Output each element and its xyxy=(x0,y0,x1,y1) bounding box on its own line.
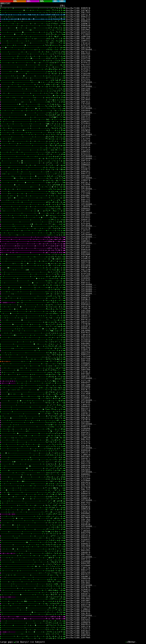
hit-label[interactable]: UniRef100_Q2QYJ1 xyxy=(66,504,146,506)
hit-label[interactable]: UniRef100_Q936Q2 xyxy=(66,216,146,219)
hit-label[interactable]: UniRef100_UPI0000... xyxy=(66,378,146,380)
hit-label[interactable]: UniRef100_Q10QZ4 xyxy=(66,345,146,347)
hit-label[interactable]: UniRef100_UPI0000... xyxy=(66,236,146,238)
hit-label[interactable]: UniRef100_Q94LT8 xyxy=(66,410,146,412)
hit-label[interactable]: UniRef100_UPI0000... xyxy=(66,584,146,587)
hit-label[interactable]: UniRef100_A9NVF0 xyxy=(66,179,146,182)
hit-label[interactable]: UniRef100_Q10DK4 xyxy=(66,397,146,399)
hit-label[interactable]: UniRef100_C0HEX5 xyxy=(66,404,146,406)
hit-label[interactable]: UniRef100_B9GT2Z xyxy=(66,173,146,175)
hit-label[interactable]: UniRef100_B7QC44 xyxy=(66,105,146,108)
hit-label[interactable]: UniRef100_C5YJ74 xyxy=(66,547,146,550)
hit-label[interactable]: UniRef100_C5X2H8 xyxy=(66,356,146,358)
hit-label[interactable]: UniRef100_Q9LMV6 xyxy=(66,445,146,447)
hit-label[interactable]: UniRef100_A2Z1D4 xyxy=(66,602,146,604)
hit-label[interactable]: UniRef100_UPI0000... xyxy=(66,399,146,402)
hit-label[interactable]: UniRef100_Q9X186 xyxy=(66,88,146,90)
hit-label[interactable]: UniRef100_B8B5V1 xyxy=(66,354,146,356)
hit-label[interactable]: UniRef100_C1E437 xyxy=(66,125,146,127)
hit-label[interactable]: UniRef100_O81765 xyxy=(66,12,146,14)
hit-label[interactable]: UniRef100_Q2V9B7 xyxy=(66,421,146,423)
hit-label[interactable]: UniRef100_C0P4G9 xyxy=(66,334,146,336)
hit-label[interactable]: UniRef100_B9M5G2 xyxy=(66,251,146,254)
hit-label[interactable]: UniRef100_A2Y786 xyxy=(66,131,146,134)
hit-label[interactable]: UniRef100_UPI0000... xyxy=(66,471,146,473)
hit-label[interactable]: UniRef100_UPI0000... xyxy=(66,290,146,293)
hit-label[interactable]: UniRef100_B8GW10 xyxy=(66,266,146,269)
hit-label[interactable]: UniRef100_B9G1C5 xyxy=(66,395,146,397)
hit-label[interactable]: UniRef100_B9P5K1 xyxy=(66,432,146,434)
hit-label[interactable]: UniRef100_Q43P21 xyxy=(66,301,146,304)
hit-label[interactable]: UniRef100_B9HCM5 xyxy=(66,562,146,565)
hit-label[interactable]: UniRef100_Q9C682 xyxy=(66,214,146,216)
hit-label[interactable]: UniRef100_B8LPH2 xyxy=(66,438,146,441)
hit-label[interactable]: UniRef100_Q9FYH4 xyxy=(66,360,146,362)
hit-label[interactable]: UniRef100_Q9XH83 xyxy=(66,94,146,97)
hit-label[interactable]: UniRef100_B4FFD8 xyxy=(66,358,146,360)
hit-label[interactable]: UniRef100_Q9FJN4 xyxy=(66,519,146,521)
hit-label[interactable]: UniRef100_Q6S750 xyxy=(66,262,146,264)
hit-label[interactable]: UniRef100_Q9FSG4 xyxy=(66,160,146,162)
hit-label[interactable]: UniRef100_Q91VM7 xyxy=(66,210,146,212)
hit-label[interactable]: UniRef100_Q9XEA6 xyxy=(66,595,146,598)
hit-label[interactable]: UniRef100_B9GQN7 xyxy=(66,195,146,197)
hit-label[interactable]: UniRef100_B8AD97 xyxy=(66,382,146,384)
hit-label[interactable]: UniRef100_Q8H0F9 xyxy=(66,552,146,554)
hit-label[interactable]: UniRef100_B9GHW6 xyxy=(66,253,146,256)
hit-label[interactable]: UniRef100_Q9SWQ5 xyxy=(66,295,146,297)
hit-label[interactable]: UniRef100_B8A2Y1 xyxy=(66,569,146,571)
hit-label[interactable]: UniRef100_B9RHY4 xyxy=(66,493,146,495)
hit-label[interactable]: UniRef100_B4F8Q9 xyxy=(66,402,146,404)
hit-label[interactable]: UniRef100_C5WPA8 xyxy=(66,436,146,438)
hit-label[interactable]: UniRef100_A2X8W4 xyxy=(66,480,146,482)
hit-label[interactable]: UniRef100_B6TD45 xyxy=(66,580,146,582)
hit-label[interactable]: UniRef100_B9SPE6 xyxy=(66,482,146,484)
hit-label[interactable]: UniRef100_Q2QM55 xyxy=(66,364,146,367)
hit-label[interactable]: UniRef100_Q44150 xyxy=(66,55,146,58)
hit-label[interactable]: UniRef100_A3C4D8 xyxy=(66,393,146,395)
hit-label[interactable]: UniRef100_UPI0000... xyxy=(66,158,146,160)
hit-label[interactable]: UniRef100_B9G8A7 xyxy=(66,630,146,632)
hit-label[interactable]: UniRef100_Q45W21 xyxy=(66,238,146,240)
hit-label[interactable]: UniRef100_B07G11 xyxy=(66,51,146,53)
hit-label[interactable]: UniRef100_Q9YIL9 xyxy=(66,14,146,16)
hit-label[interactable]: UniRef100_Q9ZTS5 xyxy=(66,190,146,192)
hit-label[interactable]: UniRef100_UPI0000... xyxy=(66,188,146,190)
hit-label[interactable]: UniRef100_B9R5R1 xyxy=(66,171,146,173)
hit-label[interactable]: UniRef100_Q9SGN7 xyxy=(66,175,146,177)
hit-label[interactable]: UniRef100_UPI0000... xyxy=(66,177,146,179)
hit-label[interactable]: UniRef100_B9T4N7 xyxy=(66,373,146,375)
hit-label[interactable]: UniRef100_A7UVF7 xyxy=(66,70,146,73)
hit-label[interactable]: UniRef100_Q84V37 xyxy=(66,321,146,323)
hit-label[interactable]: UniRef100_Q9SVT7 xyxy=(66,495,146,497)
hit-label[interactable]: UniRef100_Q6K9T1 xyxy=(66,375,146,378)
hit-label[interactable]: UniRef100_Q9ZW99 xyxy=(66,129,146,132)
hit-label[interactable]: UniRef100_Q0JKM6 xyxy=(66,330,146,332)
hit-label[interactable]: UniRef100_Q9SPM1 xyxy=(66,29,146,31)
hit-label[interactable]: UniRef100_UPI0000... xyxy=(66,423,146,425)
hit-label[interactable]: UniRef100_Q9LJ44 xyxy=(66,18,146,20)
hit-label[interactable]: UniRef100_Q9FKC1 xyxy=(66,458,146,460)
hit-label[interactable]: UniRef100_B9IAD8 xyxy=(66,264,146,266)
hit-label[interactable]: UniRef100_UPI0000... xyxy=(66,288,146,290)
hit-label[interactable]: UniRef100_Q5MG87 xyxy=(66,120,146,123)
hit-label[interactable]: UniRef100_B7Q1X3 xyxy=(66,153,146,156)
hit-label[interactable]: UniRef100_C9341Z xyxy=(66,42,146,44)
hit-label[interactable]: UniRef100_Q93X70 xyxy=(66,306,146,308)
hit-label[interactable]: UniRef100_C5YW30 xyxy=(66,323,146,325)
hit-label[interactable]: UniRef100_Q43607 xyxy=(66,275,146,277)
hit-label[interactable]: UniRef100_UPI0000... xyxy=(66,107,146,110)
hit-label[interactable]: UniRef100_B9R4U0 xyxy=(66,25,146,27)
hit-label[interactable]: UniRef100_B7Q3U3 xyxy=(66,66,146,68)
hit-label[interactable]: UniRef100_UPI0000... xyxy=(66,134,146,136)
hit-label[interactable]: UniRef100_UPI0000... xyxy=(66,526,146,528)
hit-label[interactable]: UniRef100_B9ILJ5 xyxy=(66,166,146,168)
hit-label[interactable]: UniRef100_Q852P0 xyxy=(66,46,146,49)
hit-label[interactable]: UniRef100_Q9FPW4 xyxy=(66,637,146,639)
hit-label[interactable]: UniRef100_B6U3F2 xyxy=(66,408,146,410)
hit-label[interactable]: UniRef100_P93797 xyxy=(66,64,146,66)
hit-label[interactable]: UniRef100_B9H7Q5 xyxy=(66,53,146,55)
hit-label[interactable]: UniRef100_Q8LNZ2 xyxy=(66,417,146,419)
hit-label[interactable]: UniRef100_B6TMD9 xyxy=(66,517,146,519)
hit-label[interactable]: UniRef100_Q3HTX6 xyxy=(66,57,146,60)
